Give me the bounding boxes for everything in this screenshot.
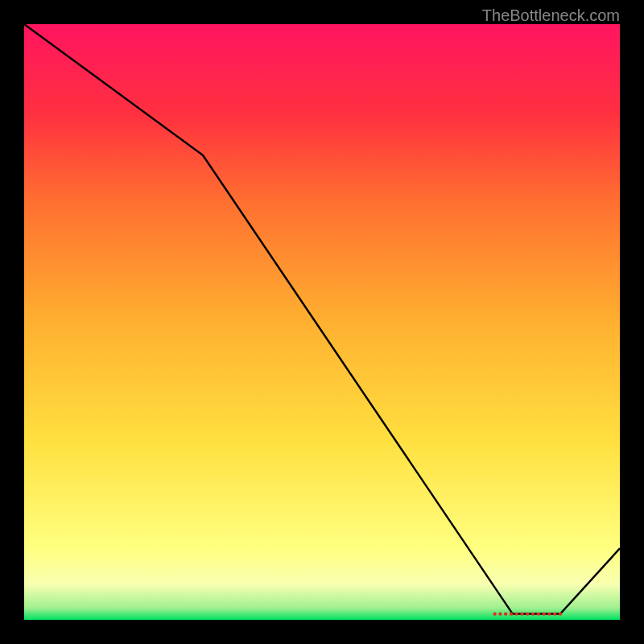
watermark-text: TheBottleneck.com [482,6,620,25]
marker-dot [547,612,551,615]
marker-dot [493,612,496,615]
plot-area [24,24,620,620]
marker-dot [553,612,556,615]
marker-dot [510,612,513,615]
marker-dot [504,612,507,615]
marker-dot [531,612,535,615]
marker-dot [542,612,545,615]
marker-dot [498,612,502,615]
chart-svg [24,24,620,620]
marker-dot [515,612,518,615]
marker-dot [520,612,523,615]
gradient-background [24,24,620,620]
marker-dot [526,612,529,615]
marker-dot [559,612,562,615]
marker-dot [537,612,540,615]
chart-container: TheBottleneck.com [0,0,644,644]
